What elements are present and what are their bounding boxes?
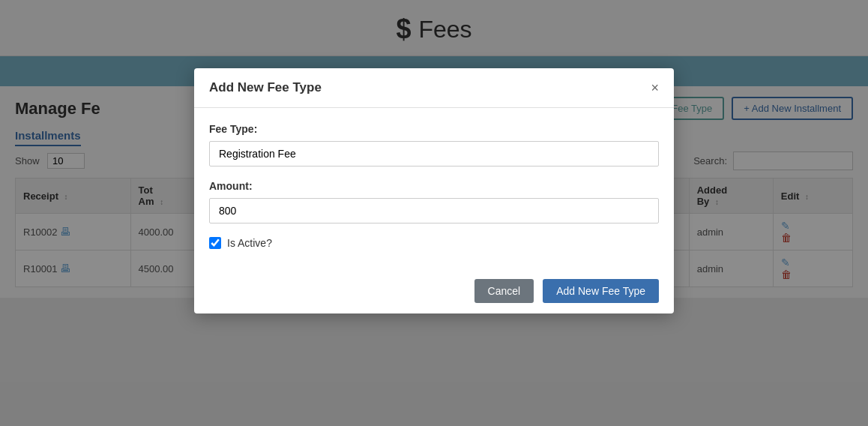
- fee-type-group: Fee Type:: [209, 123, 659, 166]
- modal-footer: Cancel Add New Fee Type: [194, 268, 674, 314]
- amount-group: Amount:: [209, 180, 659, 224]
- amount-input[interactable]: [209, 198, 659, 224]
- is-active-checkbox[interactable]: [209, 237, 221, 249]
- modal-header: Add New Fee Type ×: [194, 68, 674, 108]
- modal-dialog: Add New Fee Type × Fee Type: Amount: Is …: [194, 68, 674, 314]
- modal-body: Fee Type: Amount: Is Active?: [194, 108, 674, 268]
- modal-title: Add New Fee Type: [209, 80, 322, 95]
- fee-type-input[interactable]: [209, 141, 659, 166]
- modal-close-button[interactable]: ×: [651, 81, 659, 94]
- is-active-row: Is Active?: [209, 237, 659, 249]
- fee-type-label: Fee Type:: [209, 123, 659, 135]
- amount-label: Amount:: [209, 180, 659, 192]
- cancel-button[interactable]: Cancel: [474, 279, 534, 303]
- add-fee-type-button[interactable]: Add New Fee Type: [543, 279, 659, 303]
- modal-overlay: Add New Fee Type × Fee Type: Amount: Is …: [0, 0, 868, 426]
- is-active-label[interactable]: Is Active?: [227, 237, 272, 249]
